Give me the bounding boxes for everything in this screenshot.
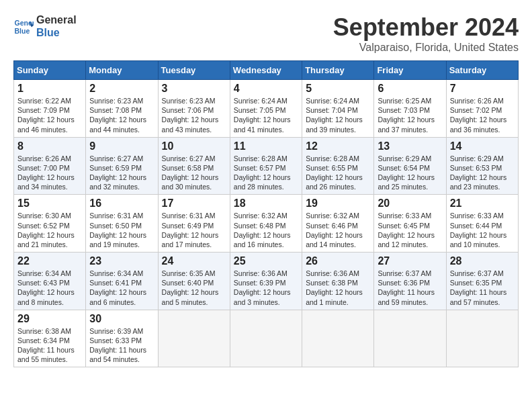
page-title: September 2024 <box>333 13 519 42</box>
cell-content: Sunrise: 6:37 AMSunset: 6:35 PMDaylight:… <box>450 269 515 307</box>
day-number: 8 <box>17 140 82 152</box>
cell-content: Sunrise: 6:32 AMSunset: 6:48 PMDaylight:… <box>234 211 298 249</box>
cell-content: Sunrise: 6:23 AMSunset: 7:06 PMDaylight:… <box>162 96 226 134</box>
cell-content: Sunrise: 6:25 AMSunset: 7:03 PMDaylight:… <box>378 96 442 134</box>
table-row: 18Sunrise: 6:32 AMSunset: 6:48 PMDayligh… <box>230 195 302 253</box>
table-row: 20Sunrise: 6:33 AMSunset: 6:45 PMDayligh… <box>374 195 446 253</box>
calendar-week-row: 22Sunrise: 6:34 AMSunset: 6:43 PMDayligh… <box>14 253 519 310</box>
calendar-table: Sunday Monday Tuesday Wednesday Thursday… <box>13 60 519 367</box>
day-number: 10 <box>162 140 226 152</box>
day-number: 20 <box>378 197 442 210</box>
table-row <box>374 310 446 367</box>
table-row <box>302 310 374 367</box>
table-row: 14Sunrise: 6:29 AMSunset: 6:53 PMDayligh… <box>446 137 518 195</box>
table-row <box>158 310 230 367</box>
calendar-week-row: 8Sunrise: 6:26 AMSunset: 7:00 PMDaylight… <box>14 137 519 195</box>
table-row: 22Sunrise: 6:34 AMSunset: 6:43 PMDayligh… <box>14 253 86 310</box>
day-number: 28 <box>450 255 515 267</box>
svg-text:Blue: Blue <box>15 27 30 35</box>
cell-content: Sunrise: 6:24 AMSunset: 7:05 PMDaylight:… <box>234 96 298 134</box>
header-monday: Monday <box>86 61 158 80</box>
day-number: 1 <box>17 83 82 95</box>
table-row <box>230 310 302 367</box>
cell-content: Sunrise: 6:27 AMSunset: 6:58 PMDaylight:… <box>162 154 226 192</box>
header-friday: Friday <box>374 61 446 80</box>
day-number: 7 <box>450 83 515 95</box>
day-number: 22 <box>17 255 82 267</box>
logo-text-general: General <box>36 13 77 26</box>
day-number: 2 <box>89 83 154 95</box>
day-number: 11 <box>234 140 298 152</box>
cell-content: Sunrise: 6:35 AMSunset: 6:40 PMDaylight:… <box>162 269 226 307</box>
cell-content: Sunrise: 6:26 AMSunset: 7:02 PMDaylight:… <box>450 96 515 134</box>
day-number: 13 <box>378 140 442 152</box>
table-row: 15Sunrise: 6:30 AMSunset: 6:52 PMDayligh… <box>14 195 86 253</box>
cell-content: Sunrise: 6:29 AMSunset: 6:54 PMDaylight:… <box>378 154 442 192</box>
cell-content: Sunrise: 6:33 AMSunset: 6:44 PMDaylight:… <box>450 211 515 249</box>
header-wednesday: Wednesday <box>230 61 302 80</box>
cell-content: Sunrise: 6:28 AMSunset: 6:55 PMDaylight:… <box>306 154 370 192</box>
calendar-week-row: 15Sunrise: 6:30 AMSunset: 6:52 PMDayligh… <box>14 195 519 253</box>
calendar-week-row: 1Sunrise: 6:22 AMSunset: 7:09 PMDaylight… <box>14 80 519 138</box>
title-area: September 2024 Valparaiso, Florida, Unit… <box>333 13 519 54</box>
table-row: 6Sunrise: 6:25 AMSunset: 7:03 PMDaylight… <box>374 80 446 138</box>
day-number: 6 <box>378 83 442 95</box>
table-row: 4Sunrise: 6:24 AMSunset: 7:05 PMDaylight… <box>230 80 302 138</box>
table-row: 30Sunrise: 6:39 AMSunset: 6:33 PMDayligh… <box>86 310 158 367</box>
day-number: 4 <box>234 83 298 95</box>
header-sunday: Sunday <box>14 61 86 80</box>
cell-content: Sunrise: 6:28 AMSunset: 6:57 PMDaylight:… <box>234 154 298 192</box>
cell-content: Sunrise: 6:37 AMSunset: 6:36 PMDaylight:… <box>378 269 442 307</box>
cell-content: Sunrise: 6:38 AMSunset: 6:34 PMDaylight:… <box>17 326 82 365</box>
day-number: 30 <box>89 313 154 325</box>
header-thursday: Thursday <box>302 61 374 80</box>
day-number: 15 <box>17 197 82 210</box>
day-number: 16 <box>89 197 154 210</box>
header-saturday: Saturday <box>446 61 518 80</box>
table-row: 13Sunrise: 6:29 AMSunset: 6:54 PMDayligh… <box>374 137 446 195</box>
table-row: 24Sunrise: 6:35 AMSunset: 6:40 PMDayligh… <box>158 253 230 310</box>
table-row <box>446 310 518 367</box>
table-row: 5Sunrise: 6:24 AMSunset: 7:04 PMDaylight… <box>302 80 374 138</box>
cell-content: Sunrise: 6:36 AMSunset: 6:38 PMDaylight:… <box>306 269 370 307</box>
table-row: 23Sunrise: 6:34 AMSunset: 6:41 PMDayligh… <box>86 253 158 310</box>
cell-content: Sunrise: 6:39 AMSunset: 6:33 PMDaylight:… <box>89 326 154 365</box>
page-subtitle: Valparaiso, Florida, United States <box>333 42 519 54</box>
table-row: 26Sunrise: 6:36 AMSunset: 6:38 PMDayligh… <box>302 253 374 310</box>
table-row: 12Sunrise: 6:28 AMSunset: 6:55 PMDayligh… <box>302 137 374 195</box>
day-number: 14 <box>450 140 515 152</box>
cell-content: Sunrise: 6:27 AMSunset: 6:59 PMDaylight:… <box>89 154 154 192</box>
cell-content: Sunrise: 6:31 AMSunset: 6:49 PMDaylight:… <box>162 211 226 249</box>
day-number: 27 <box>378 255 442 267</box>
cell-content: Sunrise: 6:33 AMSunset: 6:45 PMDaylight:… <box>378 211 442 249</box>
cell-content: Sunrise: 6:23 AMSunset: 7:08 PMDaylight:… <box>89 96 154 134</box>
table-row: 1Sunrise: 6:22 AMSunset: 7:09 PMDaylight… <box>14 80 86 138</box>
logo: General Blue General Blue <box>13 13 77 39</box>
header-tuesday: Tuesday <box>158 61 230 80</box>
calendar-week-row: 29Sunrise: 6:38 AMSunset: 6:34 PMDayligh… <box>14 310 519 367</box>
table-row: 28Sunrise: 6:37 AMSunset: 6:35 PMDayligh… <box>446 253 518 310</box>
day-number: 9 <box>89 140 154 152</box>
day-number: 5 <box>306 83 370 95</box>
table-row: 27Sunrise: 6:37 AMSunset: 6:36 PMDayligh… <box>374 253 446 310</box>
table-row: 25Sunrise: 6:36 AMSunset: 6:39 PMDayligh… <box>230 253 302 310</box>
day-number: 19 <box>306 197 370 210</box>
cell-content: Sunrise: 6:36 AMSunset: 6:39 PMDaylight:… <box>234 269 298 307</box>
day-number: 18 <box>234 197 298 210</box>
day-number: 21 <box>450 197 515 210</box>
cell-content: Sunrise: 6:31 AMSunset: 6:50 PMDaylight:… <box>89 211 154 249</box>
cell-content: Sunrise: 6:29 AMSunset: 6:53 PMDaylight:… <box>450 154 515 192</box>
day-number: 12 <box>306 140 370 152</box>
table-row: 3Sunrise: 6:23 AMSunset: 7:06 PMDaylight… <box>158 80 230 138</box>
table-row: 16Sunrise: 6:31 AMSunset: 6:50 PMDayligh… <box>86 195 158 253</box>
table-row: 2Sunrise: 6:23 AMSunset: 7:08 PMDaylight… <box>86 80 158 138</box>
cell-content: Sunrise: 6:22 AMSunset: 7:09 PMDaylight:… <box>17 96 82 134</box>
cell-content: Sunrise: 6:32 AMSunset: 6:46 PMDaylight:… <box>306 211 370 249</box>
table-row: 8Sunrise: 6:26 AMSunset: 7:00 PMDaylight… <box>14 137 86 195</box>
cell-content: Sunrise: 6:30 AMSunset: 6:52 PMDaylight:… <box>17 211 82 249</box>
day-number: 24 <box>162 255 226 267</box>
cell-content: Sunrise: 6:34 AMSunset: 6:43 PMDaylight:… <box>17 269 82 307</box>
table-row: 21Sunrise: 6:33 AMSunset: 6:44 PMDayligh… <box>446 195 518 253</box>
cell-content: Sunrise: 6:34 AMSunset: 6:41 PMDaylight:… <box>89 269 154 307</box>
calendar-header-row: Sunday Monday Tuesday Wednesday Thursday… <box>14 61 519 80</box>
